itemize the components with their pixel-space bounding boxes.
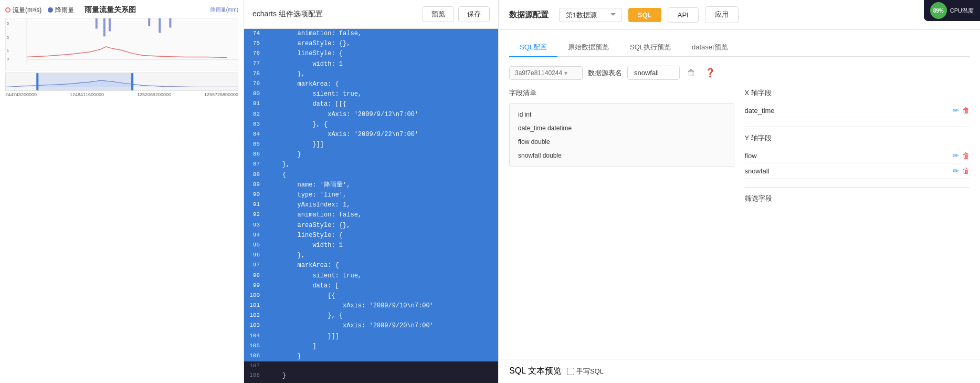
line-number: 83 bbox=[244, 120, 263, 130]
svg-rect-5 bbox=[148, 18, 150, 26]
sql-tab-2[interactable]: SQL执行预览 bbox=[619, 38, 681, 57]
datasource-id-value: 3a9f7e81140244 bbox=[515, 69, 562, 77]
handwrite-checkbox[interactable] bbox=[567, 368, 574, 375]
line-number: 74 bbox=[244, 29, 263, 39]
code-line-101: 101 xAxis: '2009/9/10\n7:00' bbox=[244, 301, 498, 311]
handwrite-checkbox-label[interactable]: 手写SQL bbox=[567, 367, 604, 376]
line-number: 108 bbox=[244, 371, 263, 381]
code-line-95: 95 width: 1 bbox=[244, 241, 498, 251]
line-code: areaStyle: {}, bbox=[263, 221, 498, 231]
code-line-75: 75 areaStyle: {}, bbox=[244, 39, 498, 49]
edit-x-axis-button[interactable]: ✏ bbox=[953, 106, 959, 115]
line-number: 79 bbox=[244, 79, 263, 89]
delete-y-axis-button[interactable]: 🗑 bbox=[962, 167, 970, 175]
field-item[interactable]: date_time datetime bbox=[514, 121, 730, 135]
y-axis-field-label: flow bbox=[745, 152, 757, 160]
delete-x-axis-button[interactable]: 🗑 bbox=[962, 106, 970, 115]
chart-legend: 流量(m³/s) 降雨量 雨量流量关系图 降雨量(mm) bbox=[5, 5, 238, 15]
x-axis-val-1: 1248411600000 bbox=[70, 92, 104, 97]
mini-chart[interactable] bbox=[5, 73, 238, 91]
y-axis-field-label: snowfall bbox=[745, 167, 770, 175]
code-line-104: 104 }]] bbox=[244, 332, 498, 341]
line-number: 106 bbox=[244, 351, 263, 361]
code-line-77: 77 width: 1 bbox=[244, 59, 498, 69]
save-button[interactable]: 保存 bbox=[458, 6, 490, 22]
right-content: SQL配置原始数据预览SQL执行预览dataset预览 3a9f7e811402… bbox=[499, 30, 980, 359]
sql-tabs: SQL配置原始数据预览SQL执行预览dataset预览 bbox=[509, 38, 970, 57]
line-code: areaStyle: {}, bbox=[263, 39, 498, 49]
code-line-107: 107 bbox=[244, 361, 498, 371]
right-panel: 数据源配置 第1数据源 SQL API 应用 SQL配置原始数据预览SQL执行预… bbox=[499, 0, 980, 383]
sql-button[interactable]: SQL bbox=[628, 8, 661, 22]
delete-y-axis-button[interactable]: 🗑 bbox=[962, 151, 970, 160]
cpu-percent-label: 89% bbox=[933, 8, 944, 14]
edit-y-axis-button[interactable]: ✏ bbox=[953, 167, 959, 175]
line-number: 90 bbox=[244, 190, 263, 200]
line-number: 92 bbox=[244, 210, 263, 220]
code-line-105: 105 ] bbox=[244, 341, 498, 351]
code-line-96: 96 }, bbox=[244, 251, 498, 261]
line-number: 77 bbox=[244, 59, 263, 69]
svg-rect-14 bbox=[131, 73, 133, 90]
sql-tab-3[interactable]: dataset预览 bbox=[681, 38, 739, 57]
legend-flow: 流量(m³/s) bbox=[5, 6, 41, 15]
x-axis-val-0: 244743200000 bbox=[5, 92, 37, 97]
line-code: [{ bbox=[263, 291, 498, 301]
field-item[interactable]: flow double bbox=[514, 135, 730, 149]
y-axis-field-row: snowfall ✏ 🗑 bbox=[745, 163, 970, 179]
y-axis-fields: flow ✏ 🗑 snowfall ✏ 🗑 bbox=[745, 148, 970, 179]
line-code: silent: true, bbox=[263, 271, 498, 281]
code-line-83: 83 }, { bbox=[244, 120, 498, 130]
code-line-108: 108 } bbox=[244, 371, 498, 381]
edit-y-axis-button[interactable]: ✏ bbox=[953, 151, 959, 160]
code-line-84: 84 xAxis: '2009/9/22\n7:00' bbox=[244, 130, 498, 140]
y-axis-field-actions: ✏ 🗑 bbox=[953, 151, 970, 160]
field-item[interactable]: id int bbox=[514, 108, 730, 121]
code-line-93: 93 areaStyle: {}, bbox=[244, 221, 498, 231]
line-code: width: 1 bbox=[263, 241, 498, 251]
x-axis-field-label: date_time bbox=[745, 107, 775, 115]
datasource-row: 3a9f7e81140244 ▾ 数据源表名 snowfall 🗑 ❓ bbox=[509, 66, 970, 80]
line-code: silent: true, bbox=[263, 89, 498, 99]
api-button[interactable]: API bbox=[668, 7, 699, 23]
y-axis-field-actions: ✏ 🗑 bbox=[953, 167, 970, 175]
x-axis-section: X 轴字段 date_time ✏ 🗑 bbox=[745, 88, 970, 118]
sql-tab-0[interactable]: SQL配置 bbox=[509, 38, 557, 57]
cpu-top-bar: 89% CPU温度 bbox=[924, 0, 980, 21]
chart-panel: 流量(m³/s) 降雨量 雨量流量关系图 降雨量(mm) 5 3 1 bbox=[0, 0, 244, 383]
line-number: 76 bbox=[244, 49, 263, 59]
line-number: 82 bbox=[244, 110, 263, 120]
code-line-87: 87 }, bbox=[244, 160, 498, 170]
line-code: }, bbox=[263, 160, 498, 170]
help-button[interactable]: ❓ bbox=[703, 68, 718, 78]
line-code: xAxis: '2009/9/20\n7:00' bbox=[263, 321, 498, 331]
filter-title: 筛选字段 bbox=[745, 194, 772, 202]
line-code: }, bbox=[263, 251, 498, 261]
datasource-select[interactable]: 第1数据源 bbox=[559, 8, 622, 22]
right-header: 数据源配置 第1数据源 SQL API 应用 bbox=[499, 0, 980, 30]
line-code: } bbox=[263, 371, 498, 381]
line-number: 86 bbox=[244, 150, 263, 160]
cpu-percentage-badge: 89% bbox=[930, 2, 947, 19]
preview-button[interactable]: 预览 bbox=[423, 6, 454, 22]
delete-datasource-button[interactable]: 🗑 bbox=[685, 68, 698, 78]
x-axis-field-row: date_time ✏ 🗑 bbox=[745, 103, 970, 118]
filter-section: 筛选字段 bbox=[745, 194, 970, 203]
chart-area: 5 3 1 0 bbox=[5, 18, 238, 70]
sql-preview-row: SQL 文本预览 手写SQL bbox=[499, 359, 980, 383]
svg-rect-13 bbox=[36, 73, 38, 90]
line-code: name: '降雨量', bbox=[263, 180, 498, 190]
line-number: 99 bbox=[244, 281, 263, 291]
field-item[interactable]: snowfall double bbox=[514, 149, 730, 162]
line-number: 93 bbox=[244, 221, 263, 231]
line-code: markArea: { bbox=[263, 79, 498, 89]
line-number: 91 bbox=[244, 200, 263, 210]
x-axis-field-actions: ✏ 🗑 bbox=[953, 106, 970, 115]
svg-text:5: 5 bbox=[7, 22, 9, 25]
apply-button[interactable]: 应用 bbox=[705, 6, 739, 23]
sql-tab-1[interactable]: 原始数据预览 bbox=[557, 38, 619, 57]
line-code: xAxis: '2009/9/22\n7:00' bbox=[263, 130, 498, 140]
line-code bbox=[263, 361, 498, 371]
code-line-78: 78 }, bbox=[244, 69, 498, 79]
code-editor[interactable]: 74 animation: false, 75 areaStyle: {}, 7… bbox=[244, 29, 498, 383]
